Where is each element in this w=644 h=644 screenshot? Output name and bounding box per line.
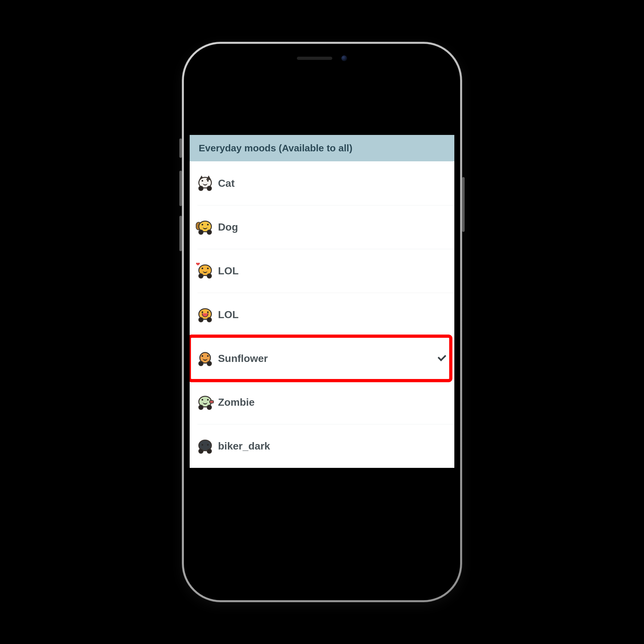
mood-row-zombie[interactable]: Zombie bbox=[190, 380, 454, 424]
mood-label: LOL bbox=[215, 265, 431, 277]
section-header: Everyday moods (Available to all) bbox=[190, 135, 454, 161]
mood-label: Sunflower bbox=[215, 353, 431, 365]
cat-mood-icon bbox=[195, 176, 215, 190]
zombie-mood-icon bbox=[195, 395, 215, 409]
dog-mood-icon bbox=[195, 220, 215, 234]
stage: Everyday moods (Available to all) CatDog… bbox=[0, 0, 644, 644]
moods-app: Everyday moods (Available to all) CatDog… bbox=[190, 135, 454, 468]
mood-row-cat[interactable]: Cat bbox=[190, 161, 454, 205]
volume-up-button bbox=[179, 171, 182, 206]
volume-down-button bbox=[179, 216, 182, 251]
mood-row-biker_dark[interactable]: biker_dark bbox=[190, 424, 454, 468]
mood-row-dog[interactable]: Dog bbox=[190, 205, 454, 249]
phone-screen: Everyday moods (Available to all) CatDog… bbox=[190, 50, 454, 594]
mood-label: Cat bbox=[215, 177, 431, 189]
power-button bbox=[462, 177, 465, 232]
mood-row-lol2[interactable]: LOL bbox=[190, 293, 454, 336]
lol-laugh-mood-icon bbox=[195, 308, 215, 322]
speaker-grille bbox=[297, 57, 332, 60]
mood-row-lol1[interactable]: LOL bbox=[190, 249, 454, 293]
mood-label: LOL bbox=[215, 309, 431, 321]
phone-frame: Everyday moods (Available to all) CatDog… bbox=[182, 42, 462, 602]
phone-notch bbox=[264, 50, 380, 67]
mood-list: CatDogLOLLOLSunflowerZombiebiker_dark bbox=[190, 161, 454, 468]
mood-label: Zombie bbox=[215, 396, 431, 408]
mood-label: biker_dark bbox=[215, 440, 431, 452]
section-header-title: Everyday moods (Available to all) bbox=[199, 143, 352, 153]
mood-label: Dog bbox=[215, 221, 431, 233]
sunflower-mood-icon bbox=[195, 351, 215, 365]
biker-dark-mood-icon bbox=[195, 439, 215, 453]
lol-love-mood-icon bbox=[195, 264, 215, 278]
front-camera bbox=[341, 55, 347, 61]
selected-check-icon bbox=[431, 353, 447, 364]
mute-switch bbox=[179, 138, 182, 158]
mood-row-sunflower[interactable]: Sunflower bbox=[190, 336, 454, 380]
